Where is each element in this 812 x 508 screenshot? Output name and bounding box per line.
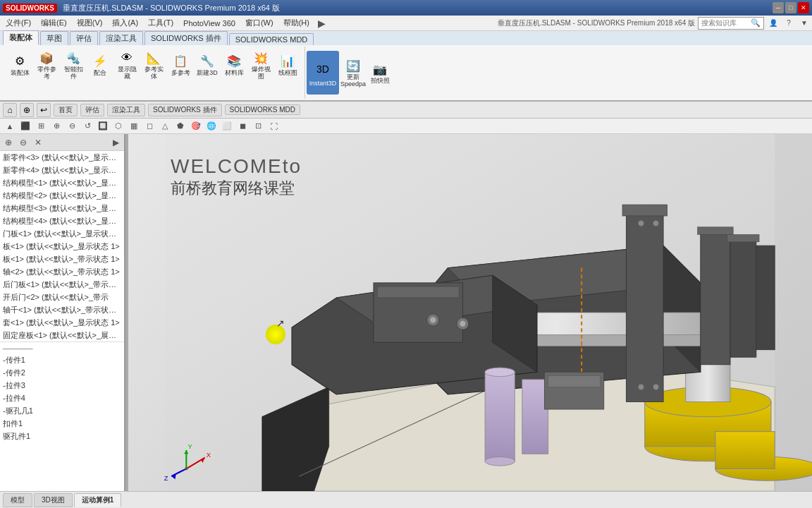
mate-icon: ⚡ xyxy=(92,53,109,70)
svg-text:Z: Z xyxy=(164,474,168,482)
ribbon-btn-instant3d[interactable]: 3D Instant3D xyxy=(307,51,339,95)
ribbon-btn-smart-fastener[interactable]: 🔩 智能扣件 xyxy=(61,48,86,82)
tree-item-14[interactable]: 固定座板<1> (默认<<默认>_展示状 xyxy=(0,329,124,341)
vt-btn-2view[interactable]: ⊡ xyxy=(251,120,265,133)
tree-item-19[interactable]: -驱孔几1 xyxy=(0,404,124,417)
menu-view[interactable]: 视图(V) xyxy=(73,16,107,30)
vt-btn-decals[interactable]: ◼ xyxy=(235,120,250,133)
tree-area[interactable]: 新零件<3> (默认<<默认>_显示状态 1> 新零件<4> (默认<<默认>_… xyxy=(0,151,124,491)
settings-icon[interactable]: ▼ xyxy=(798,17,811,30)
vt-btn-lights[interactable]: ⬜ xyxy=(220,120,234,133)
tree-item-16[interactable]: -传件2 xyxy=(0,366,124,379)
tb2-btn-sw-plugins[interactable]: SOLIDWORKS 插件 xyxy=(148,104,222,116)
panel-btn-close[interactable]: ✕ xyxy=(31,135,45,150)
ribbon-btn-parts-ref[interactable]: 📦 零件参考 xyxy=(34,48,59,82)
tab-evaluate[interactable]: 评估 xyxy=(70,31,98,45)
tb2-back-icon[interactable]: ↩ xyxy=(37,103,51,117)
tree-item-20[interactable]: 扣件1 xyxy=(0,417,124,430)
ribbon-btn-assembly[interactable]: ⚙ 装配体 xyxy=(7,52,32,78)
ribbon-btn-material[interactable]: 📚 材料库 xyxy=(221,52,247,78)
tree-item-21[interactable]: 驱孔件1 xyxy=(0,430,124,442)
ribbon-btn-ref-entity[interactable]: 📐 参考实体 xyxy=(141,48,166,82)
tab-3dview[interactable]: 3D视图 xyxy=(34,493,73,507)
tree-item-2[interactable]: 结构模型<1> (默认<<默认>_显示状态 xyxy=(0,176,124,189)
tab-motion[interactable]: 运动算例1 xyxy=(74,493,122,507)
vt-btn-shaded[interactable]: △ xyxy=(158,120,172,133)
maximize-button[interactable]: □ xyxy=(785,2,796,13)
tb2-btn-render[interactable]: 渲染工具 xyxy=(107,104,145,116)
vt-btn-display-mode[interactable]: ▦ xyxy=(127,120,141,133)
tb2-btn-evaluate[interactable]: 评估 xyxy=(80,104,104,116)
search-input[interactable] xyxy=(701,19,751,27)
ribbon-btn-update[interactable]: 🔄 更新 Speedpak xyxy=(340,56,366,90)
search-box[interactable]: 🔍 xyxy=(698,17,764,30)
ribbon-btn-wireframe[interactable]: 📊 线框图 xyxy=(275,52,300,78)
vt-btn-globe[interactable]: 🌐 xyxy=(204,120,219,133)
menu-window[interactable]: 窗口(W) xyxy=(241,16,278,30)
vt-btn-ambient[interactable]: ⬟ xyxy=(173,120,187,133)
ribbon-btn-show-hide[interactable]: 👁 显示隐藏 xyxy=(114,48,140,82)
help-icon[interactable]: ? xyxy=(782,17,795,30)
tb2-btn-sw-mdd[interactable]: SOLIDWORKS MDD xyxy=(225,104,300,115)
ribbon-btn-snapshot[interactable]: 📷 拍快照 xyxy=(367,59,393,86)
expand-arrow-icon[interactable]: ▶ xyxy=(318,18,326,29)
tab-sw-plugins[interactable]: SOLIDWORKS 插件 xyxy=(144,31,228,45)
tree-item-12[interactable]: 轴千<1> (默认<<默认>_带示状态 1 xyxy=(0,303,124,316)
vt-btn-wireframe[interactable]: ◻ xyxy=(142,120,156,133)
vt-btn-zoom-fit[interactable]: ⊞ xyxy=(34,120,48,133)
ribbon-btn-mate[interactable]: ⚡ 配合 xyxy=(87,52,113,78)
tree-item-0[interactable]: 新零件<3> (默认<<默认>_显示状态 1> xyxy=(0,151,124,164)
menu-help[interactable]: 帮助(H) xyxy=(279,16,314,30)
tab-model[interactable]: 模型 xyxy=(3,493,32,507)
tb2-btn-view[interactable]: 首页 xyxy=(54,104,78,116)
panel-btn-plus[interactable]: ⊕ xyxy=(1,135,16,150)
vt-btn-section[interactable]: ⬡ xyxy=(111,120,125,133)
tab-render[interactable]: 渲染工具 xyxy=(99,31,143,45)
tree-item-8[interactable]: 板<1> (默认<<默认>_带示状态 1> xyxy=(0,253,124,265)
tree-item-11[interactable]: 开后门<2> (默认<<默认>_带示 xyxy=(0,291,124,303)
tree-item-3[interactable]: 结构模型<2> (默认<<默认>_显示状态 xyxy=(0,189,124,202)
tree-item-6[interactable]: 门板<1> (默认<<默认>_显示状态 1. xyxy=(0,227,124,240)
tb2-plus-icon[interactable]: ⊕ xyxy=(20,103,34,117)
tree-item-13[interactable]: 套<1> (默认<<默认>_显示状态 1> xyxy=(0,316,124,329)
ribbon-tabs: 装配体 草图 评估 渲染工具 SOLIDWORKS 插件 SOLIDWORKS … xyxy=(0,31,812,45)
tree-item-15[interactable]: -传件1 xyxy=(0,353,124,366)
ref-entity-icon: 📐 xyxy=(145,49,162,66)
tree-item-10[interactable]: 后门板<1> (默认<<默认>_带示状 1 xyxy=(0,278,124,291)
viewport[interactable]: WELCOMEto 前桥教育网络课堂 xyxy=(128,134,812,491)
tab-sketch[interactable]: 草图 xyxy=(40,31,68,45)
menu-file[interactable]: 义件(F) xyxy=(1,16,35,30)
menu-insert[interactable]: 插入(A) xyxy=(108,16,142,30)
vt-btn-perspective[interactable]: 🔲 xyxy=(96,120,110,133)
menu-edit[interactable]: 编辑(E) xyxy=(37,16,71,30)
ribbon-btn-explode[interactable]: 💥 爆炸视图 xyxy=(248,48,273,82)
welcome-text: WELCOMEto 前桥教育网络课堂 xyxy=(171,155,302,199)
vt-btn-zoom-out[interactable]: ⊖ xyxy=(65,120,79,133)
vt-btn-zoom-in[interactable]: ⊕ xyxy=(49,120,63,133)
minimize-button[interactable]: ─ xyxy=(773,2,784,13)
menu-photoview[interactable]: PhotoView 360 xyxy=(179,18,240,29)
panel-btn-minus[interactable]: ⊖ xyxy=(16,135,30,150)
vt-btn-appearances[interactable]: 🎯 xyxy=(189,120,203,133)
tree-item-17[interactable]: -拉件3 xyxy=(0,379,124,392)
ribbon-btn-multi-ref[interactable]: 📋 多参考 xyxy=(168,52,193,78)
tree-item-1[interactable]: 新零件<4> (默认<<默认>_显示状态 xyxy=(0,164,124,176)
tab-assembly[interactable]: 装配体 xyxy=(3,30,39,45)
vt-btn-fullscreen[interactable]: ⛶ xyxy=(266,120,281,133)
tree-item-18[interactable]: -拉件4 xyxy=(0,392,124,404)
tree-item-5[interactable]: 结构模型<4> (默认<<默认>_显示状态 xyxy=(0,214,124,227)
vt-btn-up[interactable]: ▲ xyxy=(3,120,17,133)
vt-btn-rotate[interactable]: ↺ xyxy=(80,120,94,133)
tab-sw-mdd[interactable]: SOLIDWORKS MDD xyxy=(229,33,314,45)
tb2-home-icon[interactable]: ⌂ xyxy=(3,103,17,117)
menu-tools[interactable]: 工具(T) xyxy=(144,16,178,30)
ribbon-btn-new3d[interactable]: 🔧 新建3D xyxy=(195,52,220,78)
tree-item-9[interactable]: 轴<2> (默认<<默认>_带示状态 1> xyxy=(0,265,124,278)
tree-item-7[interactable]: 板<1> (默认<<默认>_显示状态 1> xyxy=(0,240,124,253)
vt-btn-3d-box[interactable]: ⬛ xyxy=(18,120,32,133)
panel-btn-expand[interactable]: ▶ xyxy=(109,135,123,150)
search-icon[interactable]: 🔍 xyxy=(751,18,761,28)
user-icon[interactable]: 👤 xyxy=(767,17,780,30)
tree-item-4[interactable]: 结构模型<3> (默认<<默认>_显示状态 xyxy=(0,202,124,214)
close-button[interactable]: ✕ xyxy=(798,2,809,13)
